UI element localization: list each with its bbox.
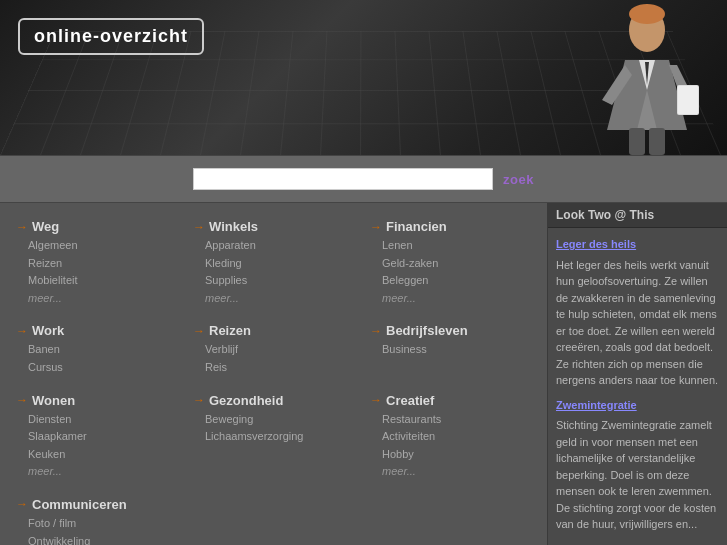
category-creatief: → Creatief Restaurants Activiteiten Hobb… xyxy=(362,387,539,491)
list-item[interactable]: Mobieliteit xyxy=(28,272,177,290)
list-item[interactable]: Verblijf xyxy=(205,341,354,359)
list-item[interactable]: Reis xyxy=(205,359,354,377)
category-winkels: → Winkels Apparaten Kleding Supplies mee… xyxy=(185,213,362,317)
main-content: → Weg Algemeen Reizen Mobieliteit meer..… xyxy=(0,203,727,545)
category-links-winkels: Apparaten Kleding Supplies meer... xyxy=(193,237,354,307)
category-links-financien: Lenen Geld-zaken Beleggen meer... xyxy=(370,237,531,307)
category-reizen: → Reizen Verblijf Reis xyxy=(185,317,362,386)
category-weg: → Weg Algemeen Reizen Mobieliteit meer..… xyxy=(8,213,185,317)
list-item-more[interactable]: meer... xyxy=(28,463,177,481)
arrow-icon: → xyxy=(370,220,382,234)
category-communiceren: → Communiceren Foto / film Ontwikkeling … xyxy=(8,491,185,545)
arrow-icon: → xyxy=(370,324,382,338)
arrow-icon: → xyxy=(370,393,382,407)
logo-box: online-overzicht xyxy=(18,18,204,55)
sidebar-content: Leger des heils Het leger des heils werk… xyxy=(548,228,727,545)
arrow-icon: → xyxy=(16,324,28,338)
list-item[interactable]: Keuken xyxy=(28,446,177,464)
sidebar: Look Two @ This Leger des heils Het lege… xyxy=(547,203,727,545)
sidebar-text-leger: Het leger des heils werkt vanuit hun gel… xyxy=(556,257,719,389)
list-item[interactable]: Business xyxy=(382,341,531,359)
logo-text: online-overzicht xyxy=(34,26,188,46)
list-item-more[interactable]: meer... xyxy=(382,290,531,308)
list-item[interactable]: Lenen xyxy=(382,237,531,255)
list-item[interactable]: Diensten xyxy=(28,411,177,429)
arrow-icon: → xyxy=(16,220,28,234)
category-links-creatief: Restaurants Activiteiten Hobby meer... xyxy=(370,411,531,481)
category-title-creatief: → Creatief xyxy=(370,393,531,408)
list-item[interactable]: Banen xyxy=(28,341,177,359)
list-item-more[interactable]: meer... xyxy=(28,290,177,308)
list-item[interactable]: Beleggen xyxy=(382,272,531,290)
category-work: → Work Banen Cursus xyxy=(8,317,185,386)
category-links-work: Banen Cursus xyxy=(16,341,177,376)
list-item[interactable]: Apparaten xyxy=(205,237,354,255)
list-item[interactable]: Slaapkamer xyxy=(28,428,177,446)
category-title-wonen: → Wonen xyxy=(16,393,177,408)
list-item[interactable]: Restaurants xyxy=(382,411,531,429)
search-button[interactable]: zoek xyxy=(503,172,534,187)
category-gezondheid: → Gezondheid Beweging Lichaamsverzorging xyxy=(185,387,362,491)
category-title-work: → Work xyxy=(16,323,177,338)
list-item[interactable]: Lichaamsverzorging xyxy=(205,428,354,446)
category-links-gezondheid: Beweging Lichaamsverzorging xyxy=(193,411,354,446)
sidebar-header: Look Two @ This xyxy=(548,203,727,228)
svg-rect-10 xyxy=(629,128,645,155)
list-item[interactable]: Supplies xyxy=(205,272,354,290)
list-item[interactable]: Kleding xyxy=(205,255,354,273)
category-wonen: → Wonen Diensten Slaapkamer Keuken meer.… xyxy=(8,387,185,491)
list-item-more[interactable]: meer... xyxy=(205,290,354,308)
sidebar-link-zwem[interactable]: Zwemintegratie xyxy=(556,397,719,414)
search-input[interactable] xyxy=(193,168,493,190)
categories-grid: → Weg Algemeen Reizen Mobieliteit meer..… xyxy=(0,203,547,545)
list-item[interactable]: Reizen xyxy=(28,255,177,273)
category-title-reizen: → Reizen xyxy=(193,323,354,338)
arrow-icon: → xyxy=(193,393,205,407)
category-title-bedrijfsleven: → Bedrijfsleven xyxy=(370,323,531,338)
list-item[interactable]: Cursus xyxy=(28,359,177,377)
category-links-wonen: Diensten Slaapkamer Keuken meer... xyxy=(16,411,177,481)
list-item[interactable]: Hobby xyxy=(382,446,531,464)
category-links-weg: Algemeen Reizen Mobieliteit meer... xyxy=(16,237,177,307)
list-item[interactable]: Algemeen xyxy=(28,237,177,255)
category-title-weg: → Weg xyxy=(16,219,177,234)
category-title-gezondheid: → Gezondheid xyxy=(193,393,354,408)
list-item[interactable]: Beweging xyxy=(205,411,354,429)
list-item-more[interactable]: meer... xyxy=(382,463,531,481)
list-item[interactable]: Foto / film xyxy=(28,515,177,533)
category-links-communiceren: Foto / film Ontwikkeling Personal comput… xyxy=(16,515,177,545)
svg-rect-11 xyxy=(649,128,665,155)
sidebar-text-zwem: Stichting Zwemintegratie zamelt geld in … xyxy=(556,417,719,533)
category-links-reizen: Verblijf Reis xyxy=(193,341,354,376)
list-item[interactable]: Geld-zaken xyxy=(382,255,531,273)
svg-point-2 xyxy=(629,4,665,24)
category-bedrijfsleven: → Bedrijfsleven Business xyxy=(362,317,539,386)
category-links-bedrijfsleven: Business xyxy=(370,341,531,359)
list-item[interactable]: Ontwikkeling xyxy=(28,533,177,545)
category-title-financien: → Financien xyxy=(370,219,531,234)
sidebar-link-leger[interactable]: Leger des heils xyxy=(556,236,719,253)
arrow-icon: → xyxy=(193,220,205,234)
arrow-icon: → xyxy=(193,324,205,338)
list-item[interactable]: Activiteiten xyxy=(382,428,531,446)
person-illustration xyxy=(587,0,707,155)
category-title-winkels: → Winkels xyxy=(193,219,354,234)
arrow-icon: → xyxy=(16,497,28,511)
header: online-overzicht xyxy=(0,0,727,155)
search-section: zoek xyxy=(0,155,727,203)
category-title-communiceren: → Communiceren xyxy=(16,497,177,512)
arrow-icon: → xyxy=(16,393,28,407)
svg-rect-9 xyxy=(678,86,698,114)
category-financien: → Financien Lenen Geld-zaken Beleggen me… xyxy=(362,213,539,317)
